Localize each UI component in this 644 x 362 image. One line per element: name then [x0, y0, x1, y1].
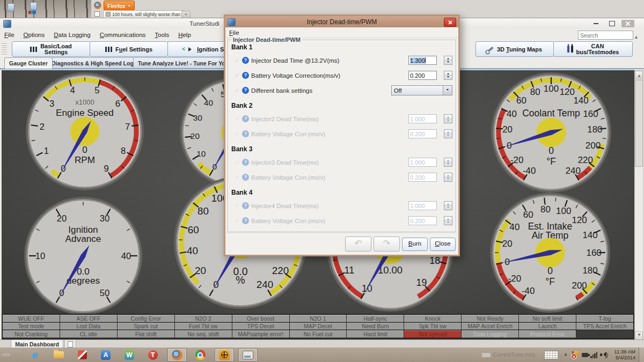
toolbar-grip[interactable]: [2, 43, 7, 56]
taskbar-tunerstudio[interactable]: [238, 348, 258, 361]
taskbar-globe-app[interactable]: [215, 348, 234, 361]
spinner-up-icon[interactable]: [444, 173, 452, 178]
help-icon[interactable]: ?: [242, 202, 249, 209]
help-icon[interactable]: ?: [242, 57, 249, 64]
bank-settings-dropdown[interactable]: Off: [391, 85, 452, 95]
value-input[interactable]: 0.200: [408, 173, 437, 182]
menu-help[interactable]: Help: [178, 32, 191, 38]
spinner-down-icon[interactable]: [444, 119, 452, 123]
spinner-buttons[interactable]: [444, 216, 452, 225]
spinner-up-icon[interactable]: [444, 158, 452, 162]
value-input[interactable]: 0.200: [408, 216, 437, 225]
taskbar-app-w[interactable]: W: [121, 348, 137, 361]
basic-load-settings-button[interactable]: Basic/LoadSettings: [12, 41, 90, 57]
firefox-menu-button[interactable]: Firefox ▼: [104, 1, 135, 11]
minimize-button[interactable]: [589, 20, 602, 27]
taskbar-app-a[interactable]: A: [98, 348, 114, 361]
scroll-down-icon[interactable]: [635, 331, 643, 340]
spinner-down-icon[interactable]: [444, 61, 452, 64]
spinner-down-icon[interactable]: [444, 221, 452, 225]
spinner-down-icon[interactable]: [444, 76, 452, 79]
desktop-icon[interactable]: [30, 2, 37, 10]
chrome-icon: [195, 350, 206, 360]
spinner-down-icon[interactable]: [444, 206, 452, 210]
3d-tuning-maps-button[interactable]: 3D Tuning Maps: [475, 41, 554, 57]
tab-gauge-cluster[interactable]: Gauge Cluster: [4, 57, 53, 69]
dialog-title-bar[interactable]: Injector Dead-time/PWM: [225, 16, 458, 27]
button-label: 3D Tuning Maps: [497, 46, 542, 53]
firefox-tab[interactable]: 100 hours, still slightly worse than a s…: [103, 10, 185, 18]
scrollbar[interactable]: [634, 70, 643, 341]
search-input[interactable]: [578, 31, 633, 40]
action-center-flag-icon[interactable]: [572, 351, 574, 358]
dropdown-arrow-icon[interactable]: [443, 86, 452, 95]
new-tab-button[interactable]: +: [181, 11, 191, 18]
menu-tools[interactable]: Tools: [155, 32, 169, 38]
chevron-up-icon[interactable]: ▲: [634, 34, 639, 40]
taskbar-explorer[interactable]: [50, 348, 67, 361]
menu-file[interactable]: File: [4, 32, 14, 38]
spinner-down-icon[interactable]: [444, 162, 452, 166]
value-input[interactable]: 0.200: [408, 71, 437, 80]
network-signal-icon[interactable]: [590, 352, 597, 358]
tools-icon: [567, 46, 569, 53]
value-input[interactable]: 1.300: [408, 56, 437, 65]
taskbar-firefox[interactable]: [167, 348, 187, 361]
keyboard-icon[interactable]: [544, 351, 559, 359]
taskbar-app-shield[interactable]: [74, 348, 90, 361]
spinner-down-icon[interactable]: [444, 134, 452, 138]
spinner-up-icon[interactable]: [444, 130, 452, 134]
taskbar-chrome[interactable]: [192, 348, 208, 361]
close-button[interactable]: [621, 20, 634, 27]
undo-button[interactable]: ↶: [345, 237, 371, 252]
scrollbar-thumb[interactable]: [635, 80, 643, 167]
spinner-buttons[interactable]: [444, 201, 452, 210]
tray-status-box: [482, 353, 491, 357]
spinner-buttons[interactable]: [444, 71, 452, 80]
tab-tune-analyze[interactable]: Tune Analyze Live! - Tune For You: [133, 57, 233, 69]
taskbar-ie[interactable]: e: [27, 348, 43, 361]
help-icon[interactable]: ?: [242, 174, 249, 181]
help-icon[interactable]: ?: [242, 217, 249, 224]
burn-button[interactable]: Burn: [402, 238, 428, 251]
help-icon[interactable]: ?: [242, 72, 249, 79]
tray-chevron-up-icon[interactable]: ▲: [564, 352, 568, 357]
menu-data-logging[interactable]: Data Logging: [54, 32, 90, 38]
dialog-menu-file[interactable]: File: [229, 29, 239, 36]
help-icon[interactable]: ?: [242, 159, 249, 166]
taskbar-app-t[interactable]: T: [145, 348, 161, 361]
taskbar-clock[interactable]: 11:38 AM5/4/2014: [605, 349, 635, 360]
value-input[interactable]: 1.000: [408, 158, 437, 167]
help-icon[interactable]: ?: [242, 130, 249, 137]
close-dialog-button[interactable]: Close: [430, 238, 456, 251]
spinner-buttons[interactable]: [444, 56, 452, 65]
redo-button[interactable]: ↷: [374, 237, 400, 252]
spinner-buttons[interactable]: [444, 158, 452, 167]
desktop-icon[interactable]: [8, 3, 14, 11]
status-indicator: Lost Data: [60, 323, 117, 330]
power-icon[interactable]: [582, 353, 588, 357]
value-input[interactable]: 1.000: [408, 201, 437, 210]
spinner-up-icon[interactable]: [444, 115, 452, 119]
menu-communications[interactable]: Communications: [100, 32, 146, 38]
firefox-checkbox[interactable]: [94, 11, 100, 17]
show-desktop-button[interactable]: [639, 348, 644, 362]
maximize-button[interactable]: [605, 20, 618, 27]
can-bus-testmodes-button[interactable]: CANbus/Testmodes: [553, 41, 633, 57]
spinner-up-icon[interactable]: [444, 217, 452, 221]
spinner-buttons[interactable]: [444, 173, 452, 182]
menu-options[interactable]: Options: [24, 32, 45, 38]
spinner-buttons[interactable]: [444, 114, 452, 123]
spinner-buttons[interactable]: [444, 129, 452, 138]
dialog-close-button[interactable]: [444, 18, 456, 27]
value-input[interactable]: 1.000: [408, 114, 437, 123]
spinner-up-icon[interactable]: [444, 71, 452, 76]
value-input[interactable]: 0.200: [408, 129, 437, 138]
help-icon[interactable]: ?: [242, 115, 249, 122]
spinner-down-icon[interactable]: [444, 178, 452, 181]
fuel-settings-button[interactable]: Fuel Settings: [90, 41, 168, 57]
scroll-up-icon[interactable]: [635, 71, 643, 79]
spinner-up-icon[interactable]: [444, 202, 452, 206]
spinner-up-icon[interactable]: [444, 56, 452, 61]
help-icon[interactable]: ?: [242, 87, 249, 94]
